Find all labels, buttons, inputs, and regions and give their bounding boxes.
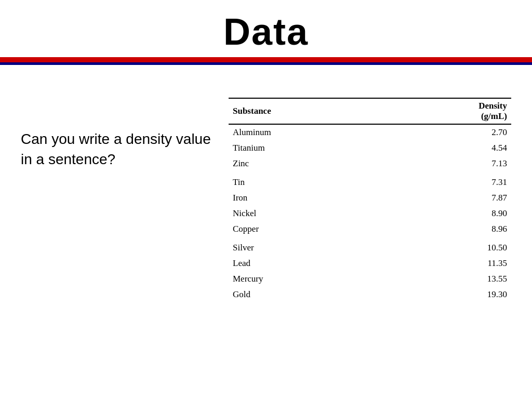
substance-cell: Silver	[229, 240, 413, 256]
table-header-row: Substance Density (g/mL)	[229, 98, 511, 124]
density-cell: 4.54	[413, 140, 511, 156]
divider-blue	[0, 62, 532, 65]
page-header: Data	[0, 0, 532, 53]
substance-cell: Nickel	[229, 206, 413, 221]
table-row: Aluminum2.70	[229, 124, 511, 140]
table-row: Gold19.30	[229, 287, 511, 302]
col-density-header: Density (g/mL)	[413, 98, 511, 124]
density-cell: 19.30	[413, 287, 511, 302]
table-row: Lead11.35	[229, 256, 511, 271]
divider-red	[0, 57, 532, 62]
substance-cell: Titanium	[229, 140, 413, 156]
page-title: Data	[0, 10, 532, 53]
table-row: Copper8.96	[229, 221, 511, 237]
table-row: Tin7.31	[229, 175, 511, 190]
substance-cell: Aluminum	[229, 124, 413, 140]
density-cell: 10.50	[413, 240, 511, 256]
substance-cell: Lead	[229, 256, 413, 271]
table-row: Titanium4.54	[229, 140, 511, 156]
table-row: Iron7.87	[229, 190, 511, 206]
substance-cell: Gold	[229, 287, 413, 302]
substance-cell: Iron	[229, 190, 413, 206]
header-divider	[0, 57, 532, 66]
density-cell: 11.35	[413, 256, 511, 271]
density-cell: 2.70	[413, 124, 511, 140]
substance-cell: Zinc	[229, 156, 413, 171]
table-body: Aluminum2.70Titanium4.54Zinc7.13Tin7.31I…	[229, 124, 511, 302]
density-table: Substance Density (g/mL) Aluminum2.70Tit…	[229, 98, 511, 302]
density-cell: 8.96	[413, 221, 511, 237]
right-panel: Substance Density (g/mL) Aluminum2.70Tit…	[218, 98, 511, 302]
question-text: Can you write a density value in a sente…	[21, 129, 218, 169]
substance-cell: Mercury	[229, 271, 413, 287]
table-row: Zinc7.13	[229, 156, 511, 171]
col-substance-header: Substance	[229, 98, 413, 124]
density-cell: 7.87	[413, 190, 511, 206]
left-panel: Can you write a density value in a sente…	[21, 98, 218, 302]
table-row: Mercury13.55	[229, 271, 511, 287]
density-cell: 13.55	[413, 271, 511, 287]
density-cell: 8.90	[413, 206, 511, 221]
table-row: Silver10.50	[229, 240, 511, 256]
density-cell: 7.31	[413, 175, 511, 190]
main-content: Can you write a density value in a sente…	[0, 77, 532, 313]
substance-cell: Tin	[229, 175, 413, 190]
density-cell: 7.13	[413, 156, 511, 171]
substance-cell: Copper	[229, 221, 413, 237]
table-row: Nickel8.90	[229, 206, 511, 221]
